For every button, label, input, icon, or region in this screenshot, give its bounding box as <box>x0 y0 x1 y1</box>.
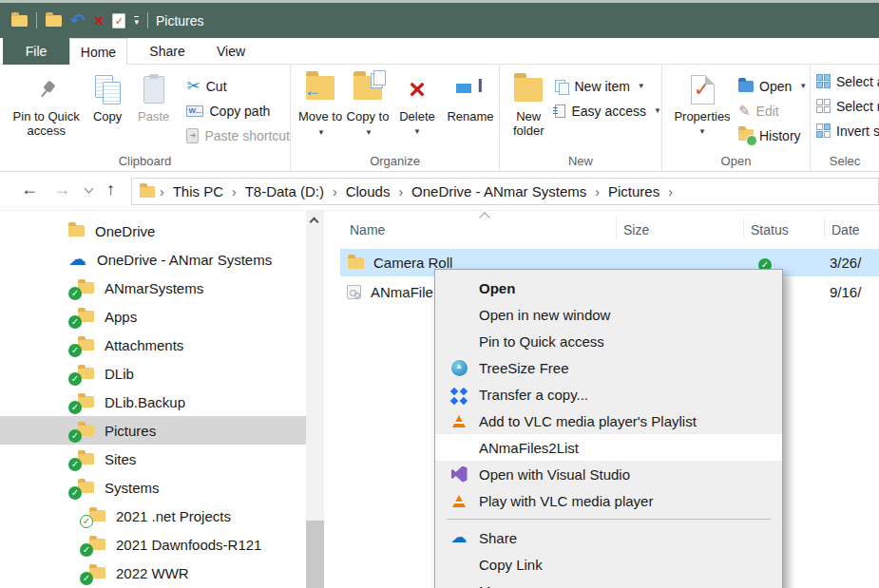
sidebar-item-2021-net-projects[interactable]: 2021 .net Projects <box>0 502 306 530</box>
properties-button[interactable]: ✓ Properties ▼ <box>668 69 736 139</box>
breadcrumb-clouds[interactable]: Clouds <box>342 183 394 199</box>
menu-item-label: TreeSize Free <box>479 360 568 376</box>
breadcrumb[interactable]: › This PC › T8-Data (D:) › Clouds › OneD… <box>131 178 879 205</box>
paste-shortcut-button[interactable]: Paste shortcut <box>186 126 290 144</box>
menu-item-anmafiles2list[interactable]: ANmaFiles2List <box>435 434 782 461</box>
breadcrumb-onedrive[interactable]: OneDrive - ANmar Systems <box>408 183 590 199</box>
menu-item-manage-access[interactable]: Manage access <box>435 578 782 588</box>
properties-check-icon[interactable]: ✓ <box>112 13 125 28</box>
sidebar-item-attachments[interactable]: Attachments <box>0 331 306 359</box>
customize-toolbar-caret-icon[interactable]: ▾ <box>134 16 139 26</box>
pin-to-quick-access-button[interactable]: Pin to Quick access <box>8 69 85 138</box>
sidebar-item-onedrive[interactable]: OneDrive <box>0 217 306 245</box>
sidebar-item-2021-dawnfoods[interactable]: 2021 Dawnfoods-R121 <box>0 530 306 559</box>
sidebar-item-onedrive-anmar-systems[interactable]: ☁ OneDrive - ANmar Systems <box>0 245 306 274</box>
scrollbar-thumb[interactable] <box>306 521 324 588</box>
folder-icon <box>68 225 85 237</box>
rename-button[interactable]: Rename <box>443 69 498 123</box>
address-bar: ← → ↑ › This PC › T8-Data (D:) › Clouds … <box>0 172 879 211</box>
sidebar-item-pictures[interactable]: Pictures <box>0 416 306 445</box>
menu-item-open-new-window[interactable]: Open in new window <box>435 301 782 328</box>
menu-item-play-vlc[interactable]: Play with VLC media player <box>435 487 782 514</box>
window-title: Pictures <box>156 13 204 28</box>
delete-icon[interactable]: × <box>94 13 105 28</box>
menu-item-open[interactable]: Open <box>435 275 782 301</box>
column-header-date[interactable]: Date <box>831 222 860 237</box>
cut-button[interactable]: ✂ Cut <box>186 77 290 95</box>
cut-label: Cut <box>206 79 227 94</box>
folder-icon[interactable] <box>11 15 28 27</box>
navigation-pane: OneDrive ☁ OneDrive - ANmar Systems ANma… <box>0 217 306 588</box>
paste-button[interactable]: Paste <box>130 69 178 123</box>
breadcrumb-this-pc[interactable]: This PC <box>169 183 227 199</box>
column-header-status[interactable]: Status <box>751 222 789 237</box>
sidebar-item-apps[interactable]: Apps <box>0 302 306 331</box>
select-section-label: Selec <box>811 154 879 168</box>
menu-item-copy-link[interactable]: Copy Link <box>435 551 782 578</box>
breadcrumb-drive[interactable]: T8-Data (D:) <box>241 183 328 199</box>
scroll-up-icon[interactable] <box>310 218 319 227</box>
undo-icon[interactable]: ↶ <box>70 12 86 29</box>
column-header-size[interactable]: Size <box>623 222 649 237</box>
new-folder-button[interactable]: New folder <box>507 69 549 138</box>
copy-button[interactable]: Copy <box>85 69 130 123</box>
synced-badge-icon <box>68 315 82 329</box>
explorer-window: ↶ × ✓ ▾ Pictures File Home Share View Pi… <box>0 0 879 588</box>
move-to-label: Move to <box>298 109 342 123</box>
copy-path-button[interactable]: W... Copy path <box>186 102 290 120</box>
edit-button[interactable]: ✎ Edit <box>738 102 807 120</box>
back-icon[interactable]: ← <box>21 180 38 199</box>
menu-item-add-vlc-playlist[interactable]: Add to VLC media player's Playlist <box>435 408 782 434</box>
menu-item-transfer-copy[interactable]: Transfer a copy... <box>435 381 782 408</box>
tab-file[interactable]: File <box>3 38 69 65</box>
properties-icon: ✓ <box>691 75 715 104</box>
column-header-name[interactable]: Name <box>350 222 385 237</box>
sidebar-item-label: Systems <box>105 480 160 496</box>
invert-selection-icon <box>816 123 831 138</box>
forward-icon[interactable]: → <box>53 180 70 199</box>
column-divider[interactable] <box>743 217 744 239</box>
new-folder-icon <box>514 78 543 102</box>
menu-item-pin-quick-access[interactable]: Pin to Quick access <box>435 328 782 354</box>
ribbon-section-open: ✓ Properties ▼ Open ▼ ✎ Edit <box>662 65 811 171</box>
folder-icon[interactable] <box>46 15 62 27</box>
select-none-icon <box>816 99 831 113</box>
move-to-button[interactable]: ← Move to ▼ <box>296 69 344 140</box>
column-divider[interactable] <box>824 217 825 239</box>
menu-item-open-visual-studio[interactable]: Open with Visual Studio <box>435 461 782 487</box>
sidebar-item-2022-wwr[interactable]: 2022 WWR <box>0 559 306 587</box>
recent-locations-chevron-icon[interactable] <box>85 184 94 194</box>
sidebar-item-dlib[interactable]: DLib <box>0 359 306 388</box>
synced-badge-icon <box>68 486 82 500</box>
breadcrumb-pictures[interactable]: Pictures <box>604 183 663 199</box>
history-button[interactable]: History <box>738 126 807 144</box>
sidebar-scrollbar[interactable] <box>306 211 324 588</box>
delete-button[interactable]: × Delete ▼ <box>392 69 443 139</box>
new-section-label: New <box>500 154 661 168</box>
sort-ascending-icon <box>479 212 489 222</box>
tab-share[interactable]: Share <box>139 38 196 65</box>
menu-item-treesize[interactable]: TreeSize Free <box>435 354 782 381</box>
tab-home[interactable]: Home <box>69 38 127 66</box>
select-all-button[interactable]: Select a <box>816 72 879 90</box>
menu-item-share[interactable]: ☁ Share <box>435 524 782 551</box>
select-none-button[interactable]: Select n <box>816 97 879 115</box>
new-item-button[interactable]: New item ▼ <box>555 77 661 95</box>
sidebar-item-dlib-backup[interactable]: DLib.Backup <box>0 388 306 416</box>
open-button[interactable]: Open ▼ <box>738 77 807 95</box>
sidebar-item-sites[interactable]: Sites <box>0 445 306 473</box>
copy-to-button[interactable]: Copy to ▼ <box>344 69 392 140</box>
easy-access-button[interactable]: Easy access ▼ <box>555 102 661 120</box>
sidebar-item-label: DLib.Backup <box>105 394 185 410</box>
column-divider[interactable] <box>616 217 617 239</box>
sidebar-item-label: 2022 WWR <box>116 565 189 581</box>
sidebar-item-systems[interactable]: Systems <box>0 473 306 502</box>
title-bar: ↶ × ✓ ▾ Pictures <box>0 3 879 38</box>
tab-view[interactable]: View <box>202 38 259 65</box>
invert-selection-button[interactable]: Invert se <box>816 122 879 140</box>
vlc-icon <box>452 495 466 507</box>
up-icon[interactable]: ↑ <box>106 180 115 199</box>
new-item-icon <box>555 80 568 93</box>
new-folder-label: New folder <box>507 109 549 138</box>
sidebar-item-anmarsystems[interactable]: ANmarSystems <box>0 274 306 302</box>
